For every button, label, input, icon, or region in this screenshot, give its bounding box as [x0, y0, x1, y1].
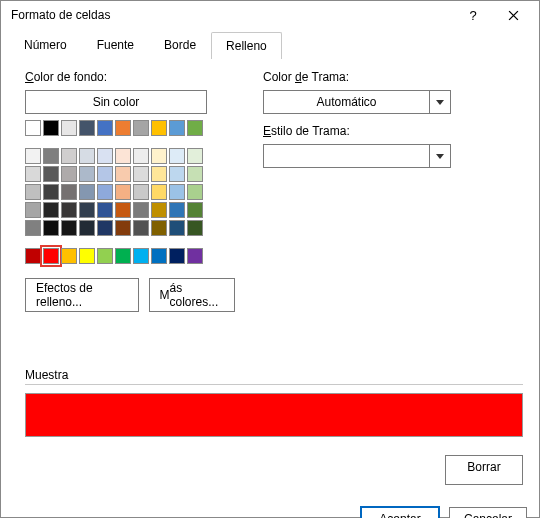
- color-swatch[interactable]: [79, 202, 95, 218]
- pattern-color-label: Color de Trama:: [263, 70, 523, 84]
- color-swatch[interactable]: [97, 248, 113, 264]
- color-swatch[interactable]: [151, 220, 167, 236]
- color-swatch[interactable]: [187, 248, 203, 264]
- chevron-down-icon: [429, 91, 450, 113]
- pattern-section: Color de Trama: Automático Estilo de Tra…: [263, 68, 523, 312]
- color-palette: [25, 120, 235, 264]
- color-swatch[interactable]: [79, 220, 95, 236]
- color-swatch[interactable]: [97, 220, 113, 236]
- no-color-label: Sin color: [93, 95, 140, 109]
- pattern-color-value: Automático: [264, 95, 429, 109]
- color-swatch[interactable]: [151, 184, 167, 200]
- tab-fill[interactable]: Relleno: [211, 32, 282, 59]
- color-swatch[interactable]: [97, 148, 113, 164]
- help-button[interactable]: ?: [453, 1, 493, 29]
- color-swatch[interactable]: [61, 220, 77, 236]
- color-swatch[interactable]: [61, 148, 77, 164]
- color-swatch[interactable]: [25, 166, 41, 182]
- tab-number[interactable]: Número: [9, 31, 82, 58]
- color-swatch[interactable]: [97, 202, 113, 218]
- color-swatch[interactable]: [169, 220, 185, 236]
- color-swatch[interactable]: [151, 148, 167, 164]
- color-swatch[interactable]: [187, 184, 203, 200]
- color-swatch[interactable]: [25, 202, 41, 218]
- color-swatch[interactable]: [115, 184, 131, 200]
- color-swatch[interactable]: [133, 248, 149, 264]
- color-swatch[interactable]: [97, 184, 113, 200]
- color-swatch[interactable]: [43, 148, 59, 164]
- color-swatch[interactable]: [133, 220, 149, 236]
- color-swatch[interactable]: [151, 120, 167, 136]
- color-swatch[interactable]: [43, 202, 59, 218]
- color-swatch[interactable]: [151, 202, 167, 218]
- color-swatch[interactable]: [187, 166, 203, 182]
- color-swatch[interactable]: [115, 220, 131, 236]
- color-swatch[interactable]: [61, 248, 77, 264]
- color-swatch[interactable]: [61, 202, 77, 218]
- color-swatch[interactable]: [151, 248, 167, 264]
- color-swatch[interactable]: [97, 166, 113, 182]
- format-cells-dialog: Formato de celdas ? Número Fuente Borde …: [0, 0, 540, 518]
- color-swatch[interactable]: [169, 148, 185, 164]
- color-swatch[interactable]: [187, 202, 203, 218]
- tab-content: Color de fondo: Sin color Efectos de rel…: [1, 58, 539, 485]
- color-swatch[interactable]: [61, 166, 77, 182]
- sample-label: Muestra: [25, 368, 523, 382]
- color-swatch[interactable]: [115, 202, 131, 218]
- color-swatch[interactable]: [133, 184, 149, 200]
- ok-button[interactable]: Aceptar: [361, 507, 439, 518]
- cancel-button[interactable]: Cancelar: [449, 507, 527, 518]
- fill-effects-button[interactable]: Efectos de relleno...: [25, 278, 139, 312]
- color-swatch[interactable]: [43, 248, 59, 264]
- color-swatch[interactable]: [169, 248, 185, 264]
- color-swatch[interactable]: [79, 248, 95, 264]
- color-swatch[interactable]: [25, 184, 41, 200]
- background-color-section: Color de fondo: Sin color Efectos de rel…: [25, 68, 235, 312]
- pattern-style-combo[interactable]: [263, 144, 451, 168]
- color-swatch[interactable]: [25, 120, 41, 136]
- color-swatch[interactable]: [169, 120, 185, 136]
- color-swatch[interactable]: [133, 202, 149, 218]
- color-swatch[interactable]: [133, 148, 149, 164]
- color-swatch[interactable]: [79, 148, 95, 164]
- color-swatch[interactable]: [133, 166, 149, 182]
- color-swatch[interactable]: [115, 166, 131, 182]
- color-swatch[interactable]: [43, 184, 59, 200]
- window-title: Formato de celdas: [11, 8, 453, 22]
- color-swatch[interactable]: [43, 120, 59, 136]
- color-swatch[interactable]: [169, 202, 185, 218]
- tab-bar: Número Fuente Borde Relleno: [1, 31, 539, 58]
- color-swatch[interactable]: [115, 248, 131, 264]
- color-swatch[interactable]: [79, 166, 95, 182]
- tab-font[interactable]: Fuente: [82, 31, 149, 58]
- color-swatch[interactable]: [187, 220, 203, 236]
- close-icon: [508, 10, 519, 21]
- clear-button[interactable]: Borrar: [445, 455, 523, 485]
- more-colors-button[interactable]: Más colores...: [149, 278, 235, 312]
- color-swatch[interactable]: [25, 148, 41, 164]
- color-swatch[interactable]: [169, 184, 185, 200]
- color-swatch[interactable]: [25, 220, 41, 236]
- color-swatch[interactable]: [79, 184, 95, 200]
- tab-border[interactable]: Borde: [149, 31, 211, 58]
- color-swatch[interactable]: [133, 120, 149, 136]
- color-swatch[interactable]: [61, 120, 77, 136]
- no-color-button[interactable]: Sin color: [25, 90, 207, 114]
- color-swatch[interactable]: [187, 148, 203, 164]
- color-swatch[interactable]: [151, 166, 167, 182]
- color-swatch[interactable]: [97, 120, 113, 136]
- color-swatch[interactable]: [187, 120, 203, 136]
- color-swatch[interactable]: [43, 166, 59, 182]
- color-swatch[interactable]: [61, 184, 77, 200]
- pattern-color-combo[interactable]: Automático: [263, 90, 451, 114]
- chevron-down-icon: [429, 145, 450, 167]
- color-swatch[interactable]: [115, 148, 131, 164]
- color-swatch[interactable]: [43, 220, 59, 236]
- close-button[interactable]: [493, 1, 533, 29]
- color-swatch[interactable]: [169, 166, 185, 182]
- sample-preview: [25, 393, 523, 437]
- color-swatch[interactable]: [25, 248, 41, 264]
- color-swatch[interactable]: [115, 120, 131, 136]
- title-bar: Formato de celdas ?: [1, 1, 539, 29]
- color-swatch[interactable]: [79, 120, 95, 136]
